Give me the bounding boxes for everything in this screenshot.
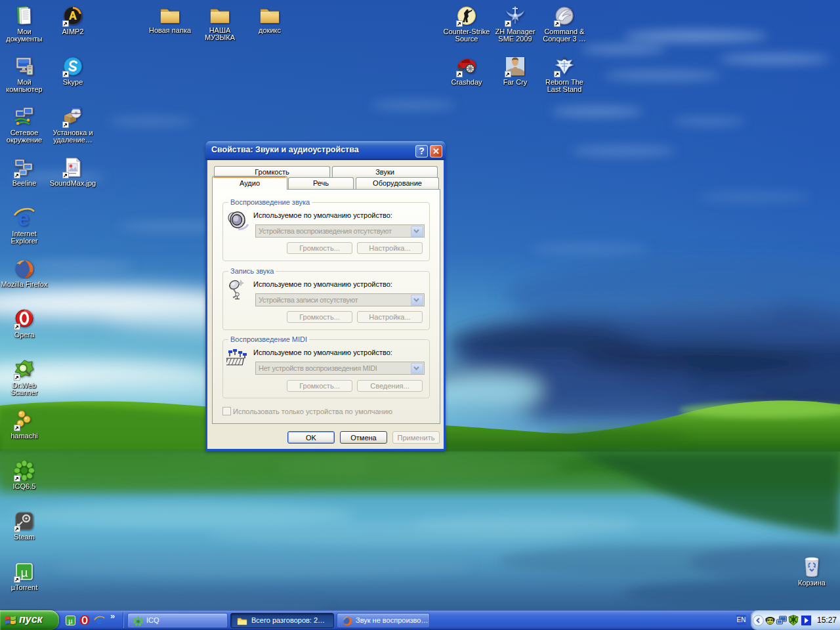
svg-text:µ: µ <box>68 617 73 625</box>
svg-text:µ: µ <box>21 566 28 579</box>
